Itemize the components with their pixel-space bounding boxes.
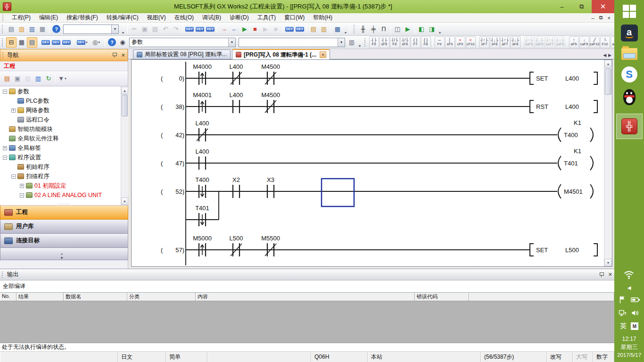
open-contact-button[interactable]: ┤├F5 <box>369 36 379 48</box>
mdi-minimize-icon[interactable]: – <box>592 15 594 21</box>
new-data-icon[interactable]: ▤ <box>2 74 12 84</box>
device-label-icon[interactable]: DEV <box>51 37 61 48</box>
tree-expander-icon[interactable]: + <box>11 108 16 113</box>
scroll-down-icon[interactable]: ▼ <box>121 197 128 205</box>
program-check-icon[interactable]: ◫ <box>392 24 403 34</box>
coil-button[interactable]: ( )F7 <box>411 36 421 48</box>
mdi-restore-icon[interactable]: ⧉ <box>599 15 603 21</box>
gxworks2-taskbar-button[interactable]: ╬ <box>616 114 643 139</box>
data-property-icon[interactable]: ▥ <box>33 74 43 84</box>
menu-item[interactable]: 帮助(H) <box>309 13 337 23</box>
combo-arrow-icon[interactable]: ▼ <box>338 38 345 47</box>
output-pin-icon[interactable] <box>599 272 604 278</box>
device-monitor-display-icon[interactable]: DEV <box>205 24 215 34</box>
tree-item[interactable]: −02 A LINE ANALOG UNIT <box>0 190 128 200</box>
tab-scroll-left-icon[interactable]: ◀ <box>603 53 606 58</box>
write-to-plc-icon[interactable]: → <box>219 24 229 34</box>
sort-filter-icon[interactable]: ▼▾ <box>57 74 67 84</box>
rising-pulse-branch-button[interactable]: ┤↑├aF7 <box>500 36 510 48</box>
convert-check-icon[interactable]: Π <box>379 24 389 34</box>
invert-operation-button[interactable]: ↑aF5 <box>569 36 579 48</box>
menu-item[interactable]: 工具(T) <box>253 13 280 23</box>
monitor-start-icon[interactable]: ▶ <box>239 24 250 34</box>
application-instruction-button[interactable]: { }F8 <box>421 36 431 48</box>
monitor-pause-icon[interactable]: ▶ <box>260 24 271 34</box>
tree-resize-handle[interactable]: ......... <box>58 201 71 205</box>
help-icon[interactable]: ? <box>52 25 60 33</box>
device-comment-display-icon[interactable]: DEV <box>184 24 195 34</box>
nav-view-button-工程[interactable]: 工程 <box>0 206 128 220</box>
windows-start-icon[interactable] <box>623 5 636 18</box>
tree-expander-icon[interactable]: − <box>11 174 16 179</box>
tree-expander-icon[interactable]: − <box>3 90 7 94</box>
combo-arrow-icon[interactable]: ▼ <box>111 25 118 33</box>
scroll-thumb[interactable] <box>122 95 128 116</box>
menu-item[interactable]: 编辑(E) <box>35 13 62 23</box>
ladder-rung-step-38[interactable]: (38)M4001L400M4500RSTL400 <box>161 91 597 113</box>
network-icon[interactable] <box>619 309 627 317</box>
menu-item[interactable]: 转换/编译(C) <box>102 13 143 23</box>
tree-expander-icon[interactable]: − <box>3 156 7 160</box>
note-edit-icon[interactable]: ▥ <box>319 24 329 34</box>
tree-expander-icon[interactable]: + <box>20 184 24 188</box>
nav-view-button-连接目标[interactable]: 连接目标 <box>0 234 128 248</box>
refresh-icon[interactable]: ↻ <box>43 74 54 84</box>
tree-item[interactable]: PLC参数 <box>0 96 128 106</box>
hidden-icons-chevron[interactable]: ◀ <box>627 285 631 290</box>
toolbar-overflow-icon[interactable]: ▼ <box>120 31 126 35</box>
document-tab[interactable]: 局部标签设置 08 [PRG] 運転準... <box>133 49 231 59</box>
ladder-canvas[interactable]: (0)M4000L400M4500SETL400(38)M4001L400M45… <box>132 60 601 265</box>
print-icon[interactable]: ▦ <box>37 24 48 34</box>
verify-doc-icon[interactable]: ▥ <box>347 37 357 48</box>
paste-data-icon[interactable]: ▤ <box>23 74 33 84</box>
horizontal-line-button[interactable]: ─F9 <box>435 36 445 48</box>
ladder-scroll-up-icon[interactable]: ▲ <box>604 60 612 67</box>
label-monitor-icon[interactable]: ◧ <box>416 24 427 34</box>
ladder-rung-step-47[interactable]: (47)L400T401K1 <box>161 148 593 170</box>
operation-result-invert-button[interactable]: ╱caF10 <box>590 36 600 48</box>
open-contact-branch-button[interactable]: ┤├sF5 <box>380 36 389 48</box>
ladder-rung-step-42[interactable]: (42)L400T400K1 <box>161 119 593 142</box>
menu-item[interactable]: 诊断(D) <box>225 13 253 23</box>
tab-close-icon[interactable]: × <box>320 51 326 58</box>
delete-horizontal-line-button[interactable]: ×cF9 <box>455 36 465 48</box>
quick-find-combo[interactable]: ▼ <box>63 25 119 34</box>
tree-item[interactable]: 全局软元件注释 <box>0 134 128 143</box>
tree-item[interactable]: −参数 <box>0 87 128 96</box>
tree-scrollbar[interactable]: ▲ ▼ <box>121 87 128 205</box>
falling-pulse-branch-button[interactable]: ┤↓├aF8 <box>511 36 520 48</box>
tree-item[interactable]: +网络参数 <box>0 106 128 115</box>
find-binoculars-icon[interactable]: ◉ <box>117 37 128 48</box>
device-display-menu-icon[interactable]: DEV▾ <box>75 37 89 48</box>
menu-item[interactable]: 调试(B) <box>198 13 225 23</box>
restore-button[interactable]: ⧉ <box>572 0 592 13</box>
device-batch-icon[interactable]: DEV <box>295 24 305 34</box>
tree-expander-icon[interactable]: − <box>20 193 24 197</box>
sogou-browser-icon[interactable]: S <box>621 66 637 82</box>
speaker-icon[interactable] <box>631 309 640 317</box>
cut-icon[interactable]: ✂ <box>129 24 140 34</box>
file-explorer-icon[interactable] <box>621 48 637 60</box>
program-list-icon[interactable]: ▤ <box>27 37 37 48</box>
ime-language-indicator[interactable]: 英 <box>620 322 627 330</box>
closed-contact-branch-button[interactable]: ┤/├sF6 <box>400 36 410 48</box>
output-close-icon[interactable]: ✕ <box>608 272 612 278</box>
tree-expander-icon[interactable]: + <box>3 146 7 150</box>
read-from-plc-icon[interactable]: ← <box>229 24 239 34</box>
close-button[interactable]: ✕ <box>592 0 614 13</box>
toolbar-overflow-icon[interactable]: ▼ <box>343 31 348 35</box>
falling-pulse-close-button[interactable]: ┤↓├saF6 <box>535 36 545 48</box>
toolbar-overflow-icon[interactable]: ▼ <box>437 31 443 35</box>
open-project-icon[interactable]: ▨ <box>17 24 27 34</box>
tree-item[interactable]: +全局标签 <box>0 143 128 153</box>
tree-item[interactable]: −扫描程序 <box>0 172 128 181</box>
taskbar-clock[interactable]: 12:17 星期三 2017/5/17 <box>617 335 641 359</box>
help-lamp-icon[interactable]: ? <box>108 38 116 46</box>
ladder-scroll-thumb[interactable] <box>605 68 611 95</box>
mdi-close-icon[interactable]: × <box>608 15 611 21</box>
amazon-icon[interactable]: a <box>621 25 638 41</box>
document-tab[interactable]: [PRG]写入 08 運転準備-1 (...× <box>232 49 330 59</box>
delete-line-button[interactable]: ×aF9 <box>611 36 615 48</box>
falling-pulse-close-branch-button[interactable]: ┤↓├saF8 <box>555 36 565 48</box>
monitor-write-icon[interactable]: ■ <box>271 24 281 34</box>
